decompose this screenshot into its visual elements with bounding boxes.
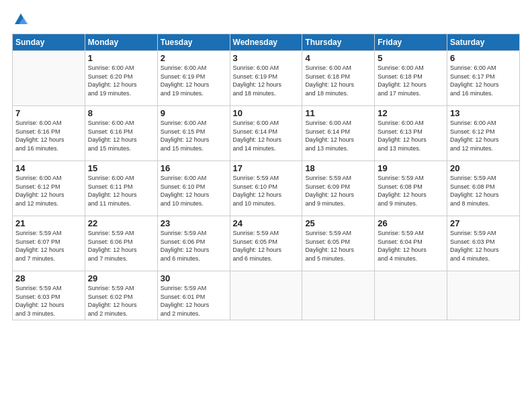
day-number: 30 xyxy=(161,273,227,283)
day-info: Sunrise: 6:00 AMSunset: 6:19 PMDaylight:… xyxy=(161,64,227,97)
day-info: Sunrise: 5:59 AMSunset: 6:09 PMDaylight:… xyxy=(305,174,371,208)
day-cell: 17Sunrise: 5:59 AMSunset: 6:10 PMDayligh… xyxy=(230,161,302,216)
day-cell: 24Sunrise: 5:59 AMSunset: 6:05 PMDayligh… xyxy=(230,216,302,271)
column-header-wednesday: Wednesday xyxy=(230,34,302,51)
day-info: Sunrise: 5:59 AMSunset: 6:10 PMDaylight:… xyxy=(233,174,300,208)
day-info: Sunrise: 5:59 AMSunset: 6:01 PMDaylight:… xyxy=(161,284,227,318)
day-info: Sunrise: 5:59 AMSunset: 6:06 PMDaylight:… xyxy=(161,229,227,263)
day-cell: 12Sunrise: 6:00 AMSunset: 6:13 PMDayligh… xyxy=(375,106,447,161)
day-number: 8 xyxy=(88,108,154,118)
day-cell: 19Sunrise: 5:59 AMSunset: 6:08 PMDayligh… xyxy=(375,161,447,216)
day-number: 15 xyxy=(88,163,154,173)
day-info: Sunrise: 5:59 AMSunset: 6:06 PMDaylight:… xyxy=(88,229,154,263)
day-number: 17 xyxy=(233,163,300,173)
day-info: Sunrise: 6:00 AMSunset: 6:11 PMDaylight:… xyxy=(88,174,154,208)
day-info: Sunrise: 5:59 AMSunset: 6:04 PMDaylight:… xyxy=(378,229,444,263)
day-info: Sunrise: 5:59 AMSunset: 6:02 PMDaylight:… xyxy=(88,284,154,318)
day-number: 26 xyxy=(378,218,444,228)
day-cell: 1Sunrise: 6:00 AMSunset: 6:20 PMDaylight… xyxy=(85,51,157,106)
day-number: 9 xyxy=(161,108,227,118)
day-cell: 16Sunrise: 6:00 AMSunset: 6:10 PMDayligh… xyxy=(157,161,230,216)
day-cell: 6Sunrise: 6:00 AMSunset: 6:17 PMDaylight… xyxy=(447,51,520,106)
day-cell xyxy=(230,271,302,320)
day-number: 3 xyxy=(233,53,300,63)
day-cell: 2Sunrise: 6:00 AMSunset: 6:19 PMDaylight… xyxy=(157,51,230,106)
day-info: Sunrise: 5:59 AMSunset: 6:03 PMDaylight:… xyxy=(450,229,517,263)
logo xyxy=(12,12,28,27)
week-row-3: 14Sunrise: 6:00 AMSunset: 6:12 PMDayligh… xyxy=(13,161,520,216)
day-cell: 25Sunrise: 5:59 AMSunset: 6:05 PMDayligh… xyxy=(302,216,375,271)
column-header-thursday: Thursday xyxy=(302,34,375,51)
day-number: 14 xyxy=(15,163,82,173)
calendar-table: SundayMondayTuesdayWednesdayThursdayFrid… xyxy=(12,34,520,320)
day-cell: 11Sunrise: 6:00 AMSunset: 6:14 PMDayligh… xyxy=(302,106,375,161)
day-cell: 21Sunrise: 5:59 AMSunset: 6:07 PMDayligh… xyxy=(13,216,85,271)
day-cell xyxy=(447,271,520,320)
day-cell: 10Sunrise: 6:00 AMSunset: 6:14 PMDayligh… xyxy=(230,106,302,161)
day-cell: 9Sunrise: 6:00 AMSunset: 6:15 PMDaylight… xyxy=(157,106,230,161)
week-row-2: 7Sunrise: 6:00 AMSunset: 6:16 PMDaylight… xyxy=(13,106,520,161)
day-number: 25 xyxy=(305,218,371,228)
day-cell: 8Sunrise: 6:00 AMSunset: 6:16 PMDaylight… xyxy=(85,106,157,161)
day-number: 29 xyxy=(88,273,154,283)
day-cell xyxy=(375,271,447,320)
day-number: 6 xyxy=(450,53,517,63)
day-info: Sunrise: 6:00 AMSunset: 6:20 PMDaylight:… xyxy=(88,64,154,97)
day-cell: 3Sunrise: 6:00 AMSunset: 6:19 PMDaylight… xyxy=(230,51,302,106)
column-header-sunday: Sunday xyxy=(13,34,85,51)
day-number: 21 xyxy=(15,218,82,228)
day-cell: 4Sunrise: 6:00 AMSunset: 6:18 PMDaylight… xyxy=(302,51,375,106)
day-info: Sunrise: 6:00 AMSunset: 6:19 PMDaylight:… xyxy=(233,64,300,97)
day-cell: 26Sunrise: 5:59 AMSunset: 6:04 PMDayligh… xyxy=(375,216,447,271)
week-row-1: 1Sunrise: 6:00 AMSunset: 6:20 PMDaylight… xyxy=(13,51,520,106)
column-header-saturday: Saturday xyxy=(447,34,520,51)
day-info: Sunrise: 6:00 AMSunset: 6:16 PMDaylight:… xyxy=(15,119,82,152)
day-number: 16 xyxy=(161,163,227,173)
day-number: 5 xyxy=(378,53,444,63)
day-info: Sunrise: 6:00 AMSunset: 6:16 PMDaylight:… xyxy=(88,119,154,152)
day-cell: 23Sunrise: 5:59 AMSunset: 6:06 PMDayligh… xyxy=(157,216,230,271)
day-info: Sunrise: 6:00 AMSunset: 6:18 PMDaylight:… xyxy=(378,64,444,97)
day-number: 12 xyxy=(378,108,444,118)
day-info: Sunrise: 6:00 AMSunset: 6:12 PMDaylight:… xyxy=(15,174,82,208)
day-info: Sunrise: 5:59 AMSunset: 6:08 PMDaylight:… xyxy=(378,174,444,208)
day-number: 1 xyxy=(88,53,154,63)
day-number: 2 xyxy=(161,53,227,63)
day-number: 10 xyxy=(233,108,300,118)
day-cell: 14Sunrise: 6:00 AMSunset: 6:12 PMDayligh… xyxy=(13,161,85,216)
day-cell: 13Sunrise: 6:00 AMSunset: 6:12 PMDayligh… xyxy=(447,106,520,161)
day-info: Sunrise: 6:00 AMSunset: 6:14 PMDaylight:… xyxy=(305,119,371,152)
day-info: Sunrise: 5:59 AMSunset: 6:05 PMDaylight:… xyxy=(305,229,371,263)
day-cell: 15Sunrise: 6:00 AMSunset: 6:11 PMDayligh… xyxy=(85,161,157,216)
day-number: 23 xyxy=(161,218,227,228)
day-cell: 7Sunrise: 6:00 AMSunset: 6:16 PMDaylight… xyxy=(13,106,85,161)
day-info: Sunrise: 6:00 AMSunset: 6:17 PMDaylight:… xyxy=(450,64,517,97)
day-number: 18 xyxy=(305,163,371,173)
day-number: 22 xyxy=(88,218,154,228)
logo-icon xyxy=(13,12,28,27)
day-cell: 22Sunrise: 5:59 AMSunset: 6:06 PMDayligh… xyxy=(85,216,157,271)
header xyxy=(12,12,520,27)
day-info: Sunrise: 6:00 AMSunset: 6:12 PMDaylight:… xyxy=(450,119,517,152)
column-header-monday: Monday xyxy=(85,34,157,51)
day-cell: 29Sunrise: 5:59 AMSunset: 6:02 PMDayligh… xyxy=(85,271,157,320)
day-info: Sunrise: 5:59 AMSunset: 6:03 PMDaylight:… xyxy=(15,284,82,318)
day-info: Sunrise: 6:00 AMSunset: 6:18 PMDaylight:… xyxy=(305,64,371,97)
day-number: 4 xyxy=(305,53,371,63)
day-number: 28 xyxy=(15,273,82,283)
day-info: Sunrise: 5:59 AMSunset: 6:07 PMDaylight:… xyxy=(15,229,82,263)
column-header-friday: Friday xyxy=(375,34,447,51)
day-info: Sunrise: 6:00 AMSunset: 6:10 PMDaylight:… xyxy=(161,174,227,208)
day-info: Sunrise: 5:59 AMSunset: 6:05 PMDaylight:… xyxy=(233,229,300,263)
header-row: SundayMondayTuesdayWednesdayThursdayFrid… xyxy=(13,34,520,51)
day-number: 19 xyxy=(378,163,444,173)
day-cell: 5Sunrise: 6:00 AMSunset: 6:18 PMDaylight… xyxy=(375,51,447,106)
day-cell: 20Sunrise: 5:59 AMSunset: 6:08 PMDayligh… xyxy=(447,161,520,216)
day-cell: 18Sunrise: 5:59 AMSunset: 6:09 PMDayligh… xyxy=(302,161,375,216)
day-cell: 30Sunrise: 5:59 AMSunset: 6:01 PMDayligh… xyxy=(157,271,230,320)
week-row-4: 21Sunrise: 5:59 AMSunset: 6:07 PMDayligh… xyxy=(13,216,520,271)
day-number: 11 xyxy=(305,108,371,118)
day-cell: 28Sunrise: 5:59 AMSunset: 6:03 PMDayligh… xyxy=(13,271,85,320)
day-number: 20 xyxy=(450,163,517,173)
week-row-5: 28Sunrise: 5:59 AMSunset: 6:03 PMDayligh… xyxy=(13,271,520,320)
